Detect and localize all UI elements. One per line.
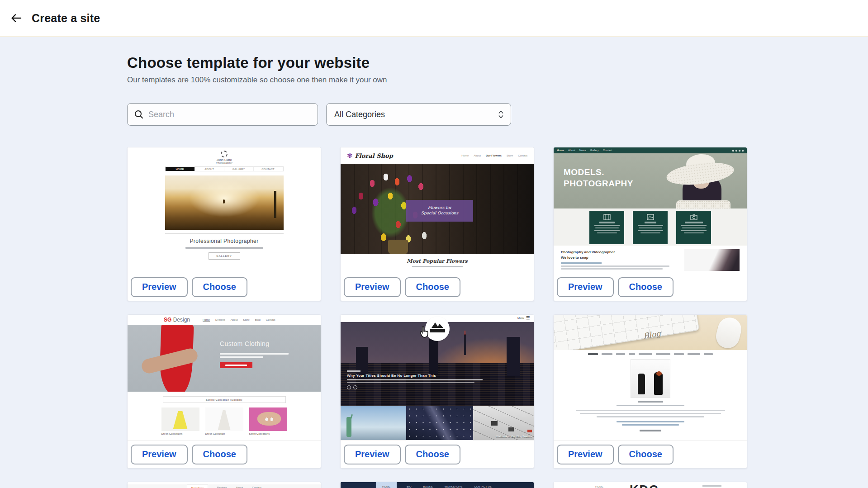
template-card-travel-blog: Menu ☰ Why Your Titles Sho — [340, 314, 534, 469]
mini-site-brand: SG Design — [164, 317, 190, 323]
card-actions: Preview Choose — [128, 273, 321, 301]
template-thumbnail: HOME ABOUT KDC — [554, 482, 747, 488]
mini-site-nav: Main Page Recipes About Contact — [128, 484, 321, 488]
thumb-ski-lift: Welcome to Our Blog Feature — [473, 406, 534, 441]
search-box[interactable] — [127, 103, 318, 126]
mini-site-logo-text: John Clark — [128, 158, 321, 161]
back-button[interactable] — [7, 9, 25, 27]
section-subtitle: Our templates are 100% customizable so c… — [127, 76, 747, 85]
preview-button[interactable]: Preview — [557, 277, 614, 297]
mini-site-hero-image: Flowers for Special Occasions — [341, 164, 534, 254]
flower-logo-icon: ✾ — [347, 152, 353, 160]
mini-site-hero-overlay: Flowers for Special Occasions — [406, 200, 473, 222]
mouse-cursor — [418, 326, 430, 339]
product-dress-white: Dress Collection — [205, 407, 243, 435]
feature-tile-videography — [589, 211, 624, 244]
card-actions: Preview Choose — [128, 441, 321, 468]
choose-button[interactable]: Choose — [618, 445, 674, 464]
thumb-statue-of-liberty — [341, 406, 406, 441]
section-heading: Choose template for your website — [127, 54, 747, 71]
mini-site-nav: HOME ABOUT GALLERY CONTACT — [165, 166, 284, 171]
red-dress-photo — [141, 325, 209, 392]
mini-site-section-title: Most Popular Flowers — [341, 258, 534, 264]
mini-site-hero-image: Custom Clothing — [128, 325, 321, 392]
template-card-author-partial: HOME BIO BOOKS WORKSHOPS CONTACT US — [340, 482, 534, 488]
salon-photo — [631, 359, 670, 398]
template-card-floral-shop: ✾ Floral Shop Home About Our Flowers Sto… — [340, 147, 534, 301]
template-thumbnail: SG Design Home Designs About Store Blog … — [128, 315, 321, 441]
mini-site-nav: Home Designs About Store Blog Contact — [203, 318, 275, 322]
category-value: All Categories — [334, 110, 385, 119]
template-card-recipes-partial: Main Page Recipes About Contact — [127, 482, 321, 488]
mini-site-hero-image: Blog — [554, 315, 747, 350]
preview-button[interactable]: Preview — [557, 445, 614, 464]
thumb-night-sky — [406, 406, 473, 441]
mini-site-about: Photography and Videographer We love to … — [554, 246, 747, 273]
mini-site-nav: Home About Our Flowers Store Contact — [461, 154, 527, 157]
choose-button[interactable]: Choose — [405, 277, 460, 297]
preview-button[interactable]: Preview — [344, 445, 401, 464]
arrow-left-icon — [9, 11, 23, 25]
template-thumbnail: ✾ Floral Shop Home About Our Flowers Sto… — [341, 147, 534, 273]
feature-tile-images — [633, 211, 668, 244]
product-swimwear: Swim Collections — [249, 407, 287, 435]
mini-site-thumbnails: Welcome to Our Blog Feature — [341, 406, 534, 441]
mini-site-nav — [554, 353, 747, 355]
keyboard-photo — [554, 315, 699, 350]
choose-button[interactable]: Choose — [405, 445, 460, 464]
choose-button[interactable]: Choose — [192, 277, 247, 297]
about-photo — [684, 249, 740, 271]
model-photo — [658, 153, 744, 208]
card-actions: Preview Choose — [554, 273, 747, 301]
card-actions: Preview Choose — [554, 441, 747, 468]
mini-site-logo-subtext: Photographer — [128, 161, 321, 164]
mini-site-products: Dress Collections Dress Collection Swim … — [128, 407, 321, 435]
feature-tile-photography — [676, 211, 711, 244]
top-bar: Create a site — [0, 0, 868, 37]
search-icon — [134, 109, 144, 119]
template-card-blog: Blog — [553, 314, 747, 469]
card-actions: Preview Choose — [341, 441, 534, 468]
choose-button[interactable]: Choose — [618, 277, 674, 297]
mini-site-menu: Menu ☰ — [517, 316, 530, 320]
preview-button[interactable]: Preview — [131, 277, 188, 297]
mini-site-nav: Home About News Gallery Contact — [554, 147, 747, 153]
template-thumbnail: HOME BIO BOOKS WORKSHOPS CONTACT US — [341, 482, 534, 488]
mini-site-hero-image — [165, 175, 284, 230]
video-icon — [603, 214, 611, 220]
mini-site-banner: Spring Collection Available — [163, 396, 286, 403]
template-thumbnail: Menu ☰ Why Your Titles Sho — [341, 315, 534, 441]
mini-site-hero-post: Why Your Titles Should Be No Longer Than… — [347, 370, 496, 389]
category-select[interactable]: All Categories — [326, 103, 511, 126]
template-card-models-photography: Home About News Gallery Contact MODELS. … — [553, 147, 747, 301]
template-card-professional-photographer: John Clark Photographer HOME ABOUT GALLE… — [127, 147, 321, 301]
mouse-photo — [714, 315, 744, 350]
mini-site-hero-title: MODELS. PHOTOGRAPHY — [564, 167, 633, 189]
choose-button[interactable]: Choose — [192, 445, 247, 464]
preview-button[interactable]: Preview — [131, 445, 188, 464]
search-input[interactable] — [148, 110, 311, 119]
template-thumbnail: Home About News Gallery Contact MODELS. … — [554, 147, 747, 273]
mini-site-hero-title: Custom Clothing — [220, 340, 289, 347]
preview-button[interactable]: Preview — [344, 277, 401, 297]
mini-site-heading: Professional Photographer — [128, 238, 321, 244]
mini-site-red-button — [220, 362, 252, 368]
camera-icon — [690, 214, 697, 220]
mini-site-nav: HOME BIO BOOKS WORKSHOPS CONTACT US — [341, 482, 534, 488]
template-thumbnail: John Clark Photographer HOME ABOUT GALLE… — [128, 147, 321, 273]
template-thumbnail: Main Page Recipes About Contact — [128, 482, 321, 488]
page-title: Create a site — [32, 12, 100, 25]
mini-site-cta: GALLERY — [209, 252, 240, 260]
product-dress-yellow: Dress Collections — [161, 407, 199, 435]
main-content: Choose template for your website Our tem… — [127, 37, 747, 488]
mini-site-brand: Floral Shop — [355, 152, 393, 159]
mini-site-feature-tiles — [554, 208, 747, 246]
stepper-chevrons-icon — [498, 109, 504, 119]
image-icon — [647, 214, 654, 220]
mountain-icon — [431, 321, 444, 328]
hamburger-icon: ☰ — [526, 316, 530, 320]
mini-site-brand: KDC — [630, 483, 659, 488]
template-card-sg-design: SG Design Home Designs About Store Blog … — [127, 314, 321, 469]
aperture-logo-icon — [221, 151, 228, 157]
carousel-dots — [347, 385, 496, 389]
